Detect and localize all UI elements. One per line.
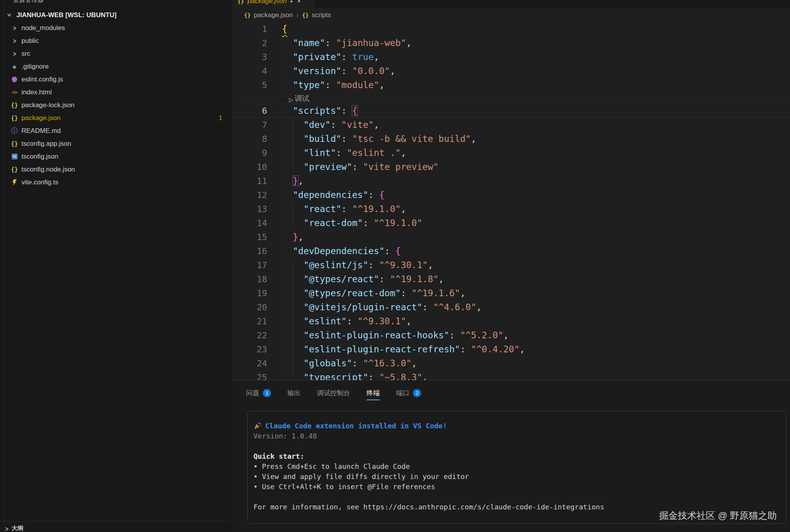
line-number: 4 <box>232 66 267 76</box>
code-line[interactable]: 24 "globals": "^16.3.0", <box>232 356 790 370</box>
code-line[interactable]: 5 "type": "module", <box>232 78 790 92</box>
code-line[interactable]: 7 "dev": "vite", <box>232 118 790 132</box>
code-line[interactable]: 22 "eslint-plugin-react-hooks": "^5.2.0"… <box>232 328 790 342</box>
file-label: tsconfig.node.json <box>21 166 75 173</box>
code-line[interactable]: 12 "dependencies": { <box>232 188 790 202</box>
breadcrumb-item-file[interactable]: {} package.json <box>244 11 293 19</box>
file-label: public <box>21 37 39 45</box>
line-number: 16 <box>232 246 267 256</box>
tree-item[interactable]: {}package.json1 <box>0 111 232 124</box>
close-icon[interactable]: × <box>297 0 301 5</box>
file-label: tsconfig.json <box>21 153 58 161</box>
code-line[interactable]: 1{ <box>232 22 790 36</box>
line-number: 20 <box>232 302 267 312</box>
tree-root-folder[interactable]: > JIANHUA-WEB [WSL: UBUNTU] <box>0 9 232 21</box>
line-number: 1 <box>232 24 267 34</box>
panel-tab-label: 终端 <box>367 389 380 398</box>
code-line[interactable]: 13 "react": "^19.1.0", <box>232 202 790 216</box>
code-text: "@eslint/js": "^9.30.1", <box>282 260 433 270</box>
code-line[interactable]: 18 "@types/react": "^19.1.8", <box>232 272 790 286</box>
tree-item[interactable]: ⓘREADME.md <box>0 124 232 137</box>
problem-count-badge: 1 <box>219 115 222 122</box>
code-text: "lint": "eslint .", <box>282 148 406 158</box>
tree-item[interactable]: vite.config.ts <box>0 176 232 189</box>
tree-folder[interactable]: >node_modules <box>0 21 232 34</box>
root-folder-label: JIANHUA-WEB [WSL: UBUNTU] <box>16 11 117 19</box>
tab-package-json[interactable]: {} package.json ● × <box>232 0 316 8</box>
line-number: 7 <box>232 120 267 130</box>
code-line[interactable]: 17 "@eslint/js": "^9.30.1", <box>232 258 790 272</box>
code-line[interactable]: 23 "eslint-plugin-react-refresh": "^0.4.… <box>232 342 790 356</box>
code-line[interactable]: 10 "preview": "vite preview" <box>232 160 790 174</box>
outline-section-header[interactable]: > 大纲 <box>0 521 232 532</box>
tree-item[interactable]: TStsconfig.json <box>0 150 232 163</box>
code-line[interactable]: 9 "lint": "eslint .", <box>232 146 790 160</box>
line-number: 8 <box>232 134 267 144</box>
tree-folder[interactable]: >src <box>0 47 232 60</box>
line-number: 10 <box>232 162 267 172</box>
code-line[interactable]: 20 "@vitejs/plugin-react": "^4.6.0", <box>232 300 790 314</box>
code-line[interactable]: 2 "name": "jianhua-web", <box>232 36 790 50</box>
panel-tab-终端[interactable]: 终端 <box>367 380 380 405</box>
vscode-window: 资源管理器 > JIANHUA-WEB [WSL: UBUNTU] >node_… <box>0 0 790 532</box>
editor-area[interactable]: {} package.json ● × {} package.json › {}… <box>232 0 790 380</box>
file-label: node_modules <box>21 24 65 32</box>
breadcrumb-item-scripts[interactable]: {} scripts <box>302 11 331 19</box>
codelens-debug-link[interactable]: ▷调试 <box>232 92 790 104</box>
tree-item[interactable]: {}tsconfig.app.json <box>0 137 232 150</box>
line-number: 15 <box>232 232 267 242</box>
file-label: package.json <box>21 114 60 122</box>
code-text: "version": "0.0.0", <box>282 66 395 76</box>
code-line[interactable]: 21 "eslint": "^9.30.1", <box>232 314 790 328</box>
code-text: "react": "^19.1.0", <box>282 204 406 214</box>
code-text: "react-dom": "^19.1.0" <box>282 218 422 228</box>
code-line[interactable]: 4 "version": "0.0.0", <box>232 64 790 78</box>
code-line[interactable]: 8 "build": "tsc -b && vite build", <box>232 132 790 146</box>
terminal-output[interactable]: Claude Code extension installed in VS Co… <box>247 411 786 524</box>
json-symbol-icon: {} <box>302 12 309 18</box>
code-line[interactable]: 14 "react-dom": "^19.1.0" <box>232 216 790 230</box>
panel-tab-输出[interactable]: 输出 <box>287 380 301 405</box>
code-line[interactable]: 3 "private": true, <box>232 50 790 64</box>
code-line[interactable]: 25 "typescript": "~5.8.3", <box>232 370 790 380</box>
tree-item[interactable]: ◆.gitignore <box>0 60 232 73</box>
tab-bar: {} package.json ● × <box>232 0 790 8</box>
explorer-title: 资源管理器 <box>13 0 44 4</box>
code-line[interactable]: 11 }, <box>232 174 790 188</box>
panel-tabs: 问题1输出调试控制台终端端口2 <box>232 380 790 405</box>
code-line[interactable]: 15 }, <box>232 230 790 244</box>
code-text: }, <box>282 232 303 242</box>
code-line[interactable]: 6 "scripts": { <box>232 104 790 118</box>
panel-tab-调试控制台[interactable]: 调试控制台 <box>317 380 350 405</box>
codelens-label: 调试 <box>294 94 309 104</box>
debug-run-icon: ▷ <box>289 95 293 104</box>
line-number: 22 <box>232 331 267 340</box>
tree-item[interactable]: <>index.html <box>0 86 232 99</box>
code-text: "@types/react": "^19.1.8", <box>282 274 444 284</box>
line-number: 9 <box>232 148 267 158</box>
json-icon: {} <box>10 102 19 109</box>
tree-item[interactable]: {}tsconfig.node.json <box>0 163 232 176</box>
line-number: 5 <box>232 80 267 90</box>
panel-tab-badge: 2 <box>413 389 421 397</box>
code-text: "dependencies": { <box>282 190 384 200</box>
panel-tab-端口[interactable]: 端口2 <box>396 380 421 405</box>
code-editor[interactable]: 1{2 "name": "jianhua-web",3 "private": t… <box>232 22 790 380</box>
tree-folder[interactable]: >public <box>0 34 232 47</box>
tree-item[interactable]: eslint.config.js <box>0 73 232 86</box>
file-label: tsconfig.app.json <box>21 140 71 148</box>
code-text: "name": "jianhua-web", <box>282 38 411 48</box>
code-line[interactable]: 16 "devDependencies": { <box>232 244 790 258</box>
panel-tab-问题[interactable]: 问题1 <box>246 380 271 405</box>
code-text: "globals": "^16.3.0", <box>282 358 417 368</box>
watermark: 掘金技术社区 @ 野原猫之助 <box>659 509 777 522</box>
line-number: 25 <box>232 373 267 380</box>
explorer-sidebar: 资源管理器 > JIANHUA-WEB [WSL: UBUNTU] >node_… <box>0 0 232 532</box>
code-text: "preview": "vite preview" <box>282 162 439 172</box>
terminal-line: • View and apply file diffs directly in … <box>253 471 786 481</box>
tree-item[interactable]: {}package-lock.json <box>0 99 232 111</box>
code-line[interactable]: 19 "@types/react-dom": "^19.1.6", <box>232 286 790 300</box>
terminal-blank-line <box>253 491 786 502</box>
line-number: 21 <box>232 316 267 326</box>
code-text: "private": true, <box>282 52 379 62</box>
